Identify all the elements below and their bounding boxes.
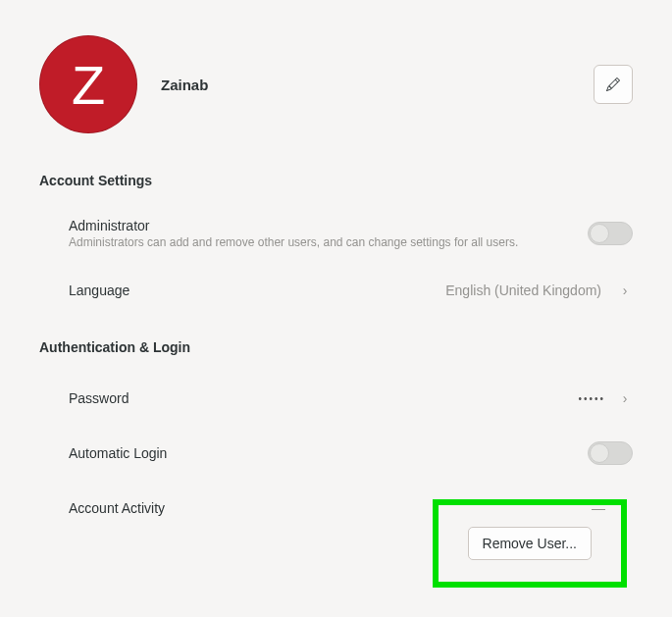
- chevron-right-icon: ›: [617, 283, 633, 298]
- row-automatic-login: Automatic Login: [39, 426, 633, 481]
- language-value: English (United Kingdom): [445, 283, 601, 298]
- row-language[interactable]: Language English (United Kingdom) ›: [39, 263, 633, 318]
- row-password[interactable]: Password ••••• ›: [39, 371, 633, 426]
- language-label: Language: [69, 283, 445, 298]
- section-authentication-login: Authentication & Login: [39, 339, 633, 355]
- user-header: Z Zainab: [39, 35, 633, 133]
- chevron-right-icon: ›: [617, 390, 633, 406]
- footer-actions: Remove User...: [433, 499, 627, 588]
- avatar-initial: Z: [72, 53, 105, 117]
- pencil-icon: [606, 77, 620, 91]
- password-label: Password: [69, 390, 578, 406]
- user-name: Zainab: [161, 77, 594, 93]
- administrator-label: Administrator: [69, 218, 588, 233]
- administrator-description: Administrators can add and remove other …: [69, 235, 588, 249]
- password-value: •••••: [578, 393, 605, 404]
- row-administrator: Administrator Administrators can add and…: [39, 204, 633, 263]
- automatic-login-label: Automatic Login: [69, 445, 588, 461]
- automatic-login-toggle[interactable]: [588, 441, 633, 465]
- administrator-toggle[interactable]: [588, 222, 633, 245]
- avatar[interactable]: Z: [39, 35, 137, 133]
- section-account-settings: Account Settings: [39, 173, 633, 188]
- highlight-annotation: Remove User...: [433, 499, 627, 588]
- remove-user-button[interactable]: Remove User...: [468, 527, 592, 560]
- edit-name-button[interactable]: [594, 65, 633, 104]
